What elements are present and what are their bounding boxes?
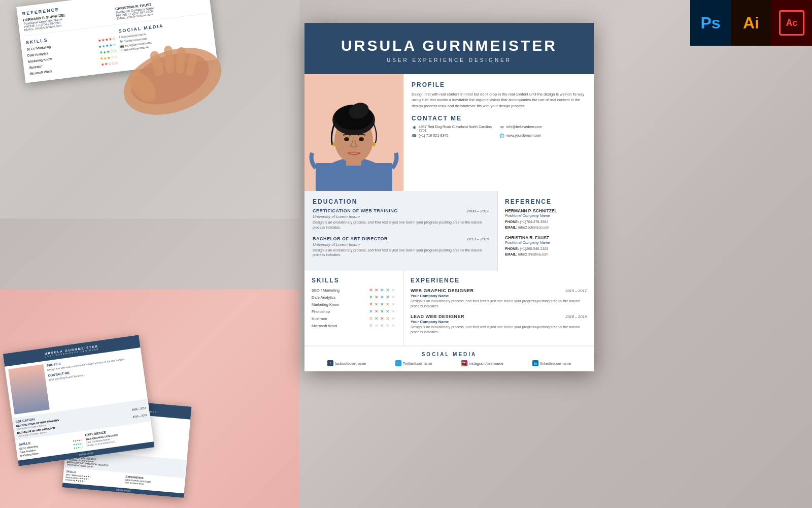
star: ✕ bbox=[375, 295, 379, 300]
edu-ref-area: EDUCATION CERTIFICATION OF WEB TRAINING … bbox=[304, 191, 594, 271]
exp-year-1: 2018 – 2019 bbox=[565, 314, 587, 319]
edu-uni-1: University of Lorem Ipsum bbox=[313, 242, 489, 247]
acrobat-icon: Ac bbox=[779, 10, 804, 36]
star: ✕ bbox=[380, 316, 385, 321]
main-resume: URSULA GURNMEISTER USER EXPERIENCE DESIG… bbox=[304, 23, 594, 371]
email-icon: ✉ bbox=[499, 125, 504, 130]
edu-degree-0: CERTIFICATION OF WEB TRAINING bbox=[313, 208, 398, 213]
exp-desc-1: Design is an evolutionary process, and f… bbox=[411, 325, 587, 335]
exp-title-1: LEAD WEB DESIGNER bbox=[411, 314, 464, 319]
star: ✕ bbox=[391, 309, 396, 314]
skill-stars-1: ✕ ✕ ✕ ✕ ✕ bbox=[369, 295, 396, 300]
contact-phone: ☎ (+1) 718-521-8345 bbox=[412, 134, 498, 139]
skill-name-4: Illustrator bbox=[312, 316, 355, 321]
photoshop-button[interactable]: Ps bbox=[690, 0, 731, 46]
acrobat-button[interactable]: Ac bbox=[771, 0, 812, 46]
ps-label: Ps bbox=[700, 14, 720, 33]
edu-year-0: 2008 – 2012 bbox=[467, 209, 490, 213]
phone-icon: ☎ bbox=[412, 134, 417, 139]
social-twitter: 🐦 Twitter/username bbox=[395, 360, 432, 366]
skill-stars-3: ✕ ✕ ✕ ✕ ✕ bbox=[369, 309, 396, 314]
ref-phone-0: PHONE: (+1)704-278-3564 bbox=[505, 219, 587, 225]
profile-heading: PROFILE bbox=[412, 81, 586, 88]
social-heading: SOCIAL MEDIA bbox=[313, 352, 586, 357]
ref-name-1: CHRISTINA R. FAUST bbox=[505, 235, 587, 240]
edu-year-1: 2013 – 2015 bbox=[467, 237, 490, 241]
edu-uni-0: University of Lorem Ipsum bbox=[313, 214, 489, 219]
star: ✕ bbox=[391, 302, 396, 307]
exp-header-0: WEB GRAPHIC DESIGNER 2015 – 2017 bbox=[411, 288, 587, 293]
star: ✕ bbox=[380, 295, 385, 300]
contact-section: CONTACT ME ◉ 4957 Red Dog Road Cleveland… bbox=[412, 115, 586, 139]
edu-item-0: CERTIFICATION OF WEB TRAINING 2008 – 201… bbox=[313, 208, 489, 230]
ref-email-1: EMAIL: info@christina.com bbox=[505, 252, 587, 258]
edu-item-1: BACHELOR OF ART DIRECTOR 2013 – 2015 Uni… bbox=[313, 236, 489, 258]
reference-section: REFERENCE HERMANN P. SCHNITZEL Positiona… bbox=[497, 191, 594, 271]
social-instagram: 📷 instagram/username bbox=[461, 360, 503, 366]
exp-item-1: LEAD WEB DESIGNER 2018 – 2019 Your Compa… bbox=[411, 314, 587, 335]
edu-desc-0: Design is an evolutionary process, and f… bbox=[313, 220, 489, 230]
exp-header-1: LEAD WEB DESIGNER 2018 – 2019 bbox=[411, 314, 587, 319]
star: ✕ bbox=[369, 295, 374, 300]
illustrator-button[interactable]: Ai bbox=[731, 0, 771, 46]
exp-title-0: WEB GRAPHIC DESIGNER bbox=[411, 288, 474, 293]
star: ✕ bbox=[380, 288, 385, 293]
education-section: EDUCATION CERTIFICATION OF WEB TRAINING … bbox=[304, 191, 497, 271]
map-icon: ◉ bbox=[412, 125, 417, 130]
skill-row-3: Photoshop ✕ ✕ ✕ ✕ ✕ bbox=[312, 309, 396, 314]
skill-row-2: Marketing Know ✕ ✕ ✕ ✕ ✕ bbox=[312, 302, 396, 307]
contact-email: ✉ info@believedere.com bbox=[499, 125, 586, 132]
social-footer: SOCIAL MEDIA f facbook/username 🐦 Twitte… bbox=[304, 345, 594, 371]
profile-text: Design first with real content in mind b… bbox=[412, 91, 586, 109]
preview-content-1: PROFILE Design first with real content i… bbox=[46, 351, 144, 409]
exp-item-0: WEB GRAPHIC DESIGNER 2015 – 2017 Your Co… bbox=[411, 288, 587, 309]
skill-stars-2: ✕ ✕ ✕ ✕ ✕ bbox=[369, 302, 396, 307]
ai-label: Ai bbox=[743, 14, 759, 33]
skills-section: SKILLS SEO / Marketing ✕ ✕ ✕ ✕ ✕ Date An… bbox=[304, 271, 403, 345]
linkedin-icon: in bbox=[532, 360, 538, 366]
ref-email-0: EMAIL: info@schnitzol.com bbox=[505, 225, 587, 231]
svg-point-18 bbox=[371, 142, 376, 146]
skill-name-2: Marketing Know bbox=[312, 302, 355, 307]
skill-stars-4: ✕ ✕ ✕ ✕ ✕ bbox=[369, 316, 396, 321]
prev-social: SOCIAL MEDIA f facbook/username 🐦 Twitte… bbox=[118, 18, 212, 66]
contact-address: ◉ 4957 Red Dog Road Cleveland North Caro… bbox=[412, 125, 498, 132]
star: ✕ bbox=[369, 309, 374, 314]
social-links: f facbook/username 🐦 Twitter/username 📷 … bbox=[313, 360, 586, 366]
resume-name: URSULA GURNMEISTER bbox=[315, 37, 584, 54]
star: ✕ bbox=[375, 288, 379, 293]
ref-phone-1: PHONE: (+1)260-546-2109 bbox=[505, 246, 587, 252]
skill-name-3: Photoshop bbox=[312, 309, 355, 314]
reference-heading: REFERENCE bbox=[505, 198, 587, 205]
ref-name-0: HERMANN P. SCHNITZEL bbox=[505, 208, 587, 213]
resume-header: URSULA GURNMEISTER USER EXPERIENCE DESIG… bbox=[304, 23, 594, 74]
experience-section: EXPERIENCE WEB GRAPHIC DESIGNER 2015 – 2… bbox=[403, 271, 594, 345]
ref-company-0: Positional Company Name bbox=[505, 213, 587, 218]
star: ✕ bbox=[380, 302, 385, 307]
resume-top-body: PROFILE Design first with real content i… bbox=[304, 74, 594, 191]
skill-name-5: Microsoft Word bbox=[312, 324, 355, 328]
experience-heading: EXPERIENCE bbox=[411, 277, 587, 284]
svg-rect-9 bbox=[316, 163, 392, 191]
star: ✕ bbox=[386, 324, 390, 328]
prev-skills: SKILLS SEO / Marketing★★★★☆ Date Analyti… bbox=[25, 29, 119, 78]
resume-photo-column bbox=[304, 74, 403, 191]
star: ✕ bbox=[386, 316, 390, 321]
twitter-icon: 🐦 bbox=[395, 360, 401, 366]
star: ✕ bbox=[369, 316, 374, 321]
social-linkedin: in linkedin/username bbox=[532, 360, 571, 366]
instagram-icon: 📷 bbox=[461, 360, 467, 366]
skill-stars-5: ✕ ✕ ✕ ✕ ✕ bbox=[369, 324, 396, 328]
web-icon: 🌐 bbox=[499, 134, 504, 139]
star: ✕ bbox=[391, 324, 396, 328]
facebook-icon: f bbox=[327, 360, 333, 366]
edu-header-1: BACHELOR OF ART DIRECTOR 2013 – 2015 bbox=[313, 236, 489, 241]
ref-company-1: Positional Company Name bbox=[505, 240, 587, 245]
ref-person-1: CHRISTINA R. FAUST Positional Company Na… bbox=[505, 235, 587, 257]
toolbar: Ps Ai Ac bbox=[690, 0, 812, 46]
star: ✕ bbox=[386, 309, 390, 314]
svg-point-16 bbox=[359, 137, 364, 141]
skills-experience-area: SKILLS SEO / Marketing ✕ ✕ ✕ ✕ ✕ Date An… bbox=[304, 271, 594, 345]
star: ✕ bbox=[386, 302, 390, 307]
star: ✕ bbox=[391, 316, 396, 321]
